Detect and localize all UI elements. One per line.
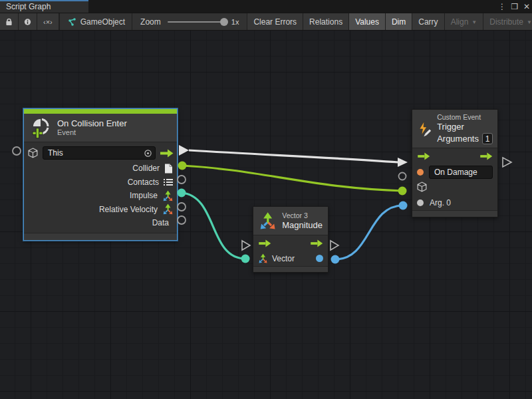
- port-label: Collider: [132, 164, 160, 173]
- align-dropdown[interactable]: Align ▼: [445, 13, 484, 30]
- title-bar: Script Graph ⋮ ❒ ✕: [0, 0, 532, 13]
- event-color-strip: [24, 109, 177, 114]
- flow-output-port-triangle[interactable]: [179, 145, 189, 156]
- distribute-dropdown[interactable]: Distribute ▼: [483, 13, 532, 30]
- node-header: Vector 3 Magnitude: [253, 207, 328, 235]
- zoom-slider-knob[interactable]: [220, 18, 228, 26]
- zoom-value: 1x: [231, 18, 239, 26]
- custom-event-icon: [417, 118, 432, 140]
- port-row-impulse[interactable]: Impulse: [24, 189, 177, 203]
- wire-magnitude-blue[interactable]: [335, 205, 403, 259]
- trigger-target-input-port[interactable]: [398, 187, 407, 196]
- flow-input-arrow-icon[interactable]: [417, 152, 430, 160]
- carry-toggle[interactable]: Carry: [412, 13, 444, 30]
- node-title: Magnitude: [282, 220, 323, 230]
- trigger-name-input-port[interactable]: [399, 173, 406, 180]
- close-button[interactable]: ✕: [521, 0, 532, 13]
- node-category: Custom Event: [437, 113, 493, 122]
- node-title: Trigger: [437, 122, 493, 132]
- data-output-port[interactable]: [178, 216, 186, 224]
- window-menu-button[interactable]: ⋮: [496, 0, 508, 13]
- toolbar: ‹×› GameObject Zoom 1x Clear Errors Rela…: [0, 13, 532, 31]
- relations-button[interactable]: Relations: [303, 13, 349, 30]
- chevron-down-icon: ▼: [471, 19, 477, 25]
- node-category: Vector 3: [282, 211, 323, 220]
- node-footer: [412, 210, 497, 217]
- magnitude-vector-input-port[interactable]: [241, 255, 250, 263]
- zoom-slider[interactable]: [168, 21, 225, 23]
- flow-wire-arrowhead[interactable]: [398, 158, 408, 167]
- gameobject-reference[interactable]: GameObject: [60, 13, 132, 30]
- port-row-data[interactable]: Data: [24, 216, 177, 230]
- flow-output-arrow-icon[interactable]: [160, 149, 174, 158]
- port-row-collider[interactable]: Collider: [24, 162, 177, 176]
- graph-canvas[interactable]: On Collision Enter Event This: [0, 31, 532, 399]
- node-on-collision-enter[interactable]: On Collision Enter Event This: [23, 108, 178, 241]
- contacts-output-port[interactable]: [178, 176, 186, 184]
- info-icon: [24, 17, 31, 27]
- maximize-button[interactable]: ❒: [509, 0, 521, 13]
- node-footer: [24, 233, 177, 240]
- port-label: Data: [152, 218, 169, 227]
- align-label: Align: [451, 17, 469, 27]
- code-icon: ‹×›: [43, 18, 53, 26]
- port-label: Impulse: [130, 191, 158, 200]
- dim-toggle[interactable]: Dim: [386, 13, 412, 30]
- this-value: This: [48, 148, 63, 158]
- carry-label: Carry: [418, 17, 438, 27]
- impulse-output-port[interactable]: [178, 189, 186, 198]
- vector-output-port[interactable]: [316, 255, 323, 262]
- arguments-value: 1: [485, 134, 490, 144]
- object-picker-icon[interactable]: [144, 149, 152, 158]
- this-object-field[interactable]: This: [43, 146, 156, 160]
- node-title: On Collision Enter: [57, 118, 127, 128]
- flow-input-arrow-icon[interactable]: [258, 239, 271, 247]
- collider-output-port[interactable]: [178, 162, 187, 170]
- wire-impulse-teal[interactable]: [182, 193, 245, 259]
- trigger-arg0-input-port[interactable]: [399, 201, 408, 210]
- values-label: Values: [355, 17, 379, 27]
- distribute-label: Distribute: [489, 17, 523, 27]
- port-label: Relative Velocity: [99, 205, 158, 214]
- node-vector3-magnitude[interactable]: Vector 3 Magnitude Vector: [253, 206, 329, 273]
- flow-row: [253, 235, 328, 251]
- port-row-vector[interactable]: Vector: [253, 251, 328, 266]
- gameobject-cube-icon: [416, 182, 428, 193]
- port-row-relative-velocity[interactable]: Relative Velocity: [24, 203, 177, 217]
- clear-errors-label: Clear Errors: [253, 17, 297, 27]
- relative-velocity-output-port[interactable]: [178, 203, 186, 211]
- values-toggle[interactable]: Values: [349, 13, 386, 30]
- gameobject-cube-icon: [27, 148, 39, 159]
- kebab-menu-icon: ⋮: [498, 2, 506, 11]
- code-view-button[interactable]: ‹×›: [37, 13, 59, 30]
- vector3-icon: [162, 203, 174, 215]
- collision-target-input-port[interactable]: [13, 147, 21, 155]
- magnitude-flow-output-port[interactable]: [331, 241, 338, 250]
- event-name-row: On Damage: [412, 164, 497, 180]
- arguments-count-field[interactable]: 1: [482, 133, 493, 144]
- node-header: On Collision Enter Event: [24, 114, 177, 142]
- dim-label: Dim: [392, 17, 406, 27]
- node-footer: [253, 266, 328, 272]
- flow-output-arrow-icon[interactable]: [310, 239, 323, 247]
- magnitude-output-port[interactable]: [331, 255, 340, 264]
- node-trigger-custom-event[interactable]: Custom Event Trigger Arguments 1 On: [412, 109, 498, 217]
- wire-collider-green[interactable]: [182, 166, 402, 191]
- info-button[interactable]: [19, 13, 37, 30]
- wire-flow-white[interactable]: [189, 150, 398, 162]
- trigger-flow-output-port[interactable]: [503, 158, 511, 167]
- tab-script-graph[interactable]: Script Graph: [0, 0, 88, 13]
- event-name-port[interactable]: [417, 169, 424, 176]
- target-row: This: [24, 144, 177, 162]
- arg0-port[interactable]: [417, 200, 424, 206]
- magnitude-flow-input-port[interactable]: [242, 241, 250, 250]
- clear-errors-button[interactable]: Clear Errors: [247, 13, 303, 30]
- arg0-row: Arg. 0: [412, 195, 497, 210]
- vector3-icon: [259, 211, 277, 231]
- port-row-contacts[interactable]: Contacts: [24, 176, 177, 190]
- flow-output-arrow-icon[interactable]: [479, 152, 493, 160]
- graph-pointer-icon: [66, 17, 76, 27]
- close-icon: ✕: [523, 2, 530, 11]
- lock-button[interactable]: [0, 13, 19, 30]
- event-name-field[interactable]: On Damage: [429, 166, 493, 179]
